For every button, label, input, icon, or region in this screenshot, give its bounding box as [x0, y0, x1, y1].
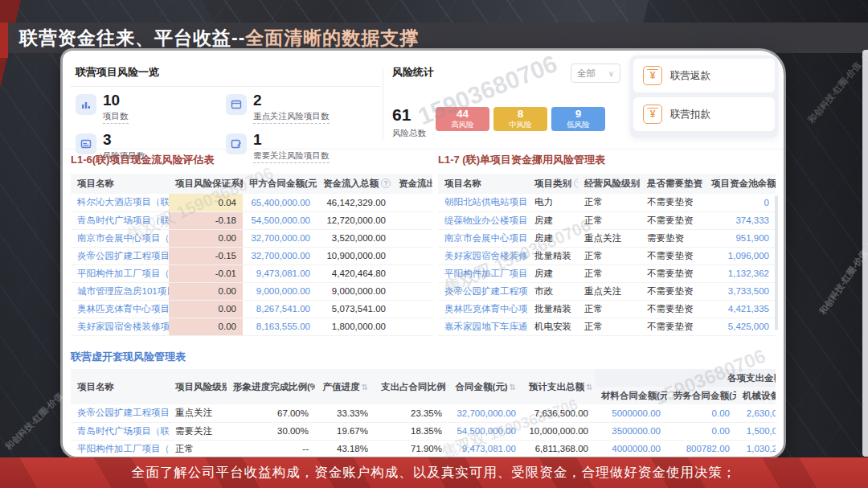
table-row[interactable]: 科尔沁大酒店项目（联营）0.0465,400,000.0046,142,329.… [71, 194, 432, 211]
project-name-link[interactable]: 科尔沁大酒店项目（联营） [71, 194, 169, 211]
project-name-link[interactable]: 青岛时代广场项目（联营） [71, 211, 169, 229]
table-cell: 9,000,000.00 [317, 282, 392, 300]
project-name-link[interactable]: 南京市会展中心项目（联... [71, 229, 169, 247]
page-title-main: 联营资金往来、平台收益-- [19, 27, 245, 48]
table-cell: 9,473,081.00 [243, 265, 317, 282]
risk-overview-panel: 联营项目风险一览 10 项目数 2 重点关注风险项目数 [71, 60, 381, 146]
table-cell: 5000000.00 [595, 404, 667, 422]
badge-label: 中风险 [509, 121, 532, 129]
table-row[interactable]: 美好家园宿舍楼装修项目...0.008,163,555.001,800,000.… [71, 318, 432, 335]
table-row[interactable]: 平阳构件加工厂项目（联...-0.019,473,081.004,420,464… [71, 265, 432, 282]
col-fund-pool-balance[interactable]: 项目资金池余额(元)(元)? [705, 174, 776, 194]
col-machinery-contract[interactable]: 机械设备合同金额(元)⇅ [736, 387, 776, 404]
project-name-link[interactable]: 美好家园宿舍楼装修项目... [438, 247, 528, 265]
table-row[interactable]: 炎帝公园扩建工程项目（联...重点关注67.00%33.33%23.35%32,… [71, 404, 776, 422]
col-operation-risk[interactable]: 经营风险级别? [578, 174, 641, 194]
table-row[interactable]: 美好家园宿舍楼装修项目...批量精装正常不需要垫资1,096,000 [438, 247, 776, 265]
table-cell: 46,142,329.00 [317, 194, 392, 211]
table-cell: 不需要垫资 [641, 265, 705, 282]
col-output-progress[interactable]: 产值进度⇅ [315, 369, 375, 404]
risk-filter-dropdown[interactable]: 全部 ∨ [571, 64, 620, 83]
table-row[interactable]: 朝阳北站供电站项目（联...电力正常不需要垫资0 [438, 194, 776, 211]
table-row[interactable]: 炎帝公园扩建工程项目（...市政重点关注不需要垫资3,733,500 [438, 282, 776, 300]
table-row[interactable]: 青岛时代广场项目（联营）需要关注30.00%19.67%18.35%54,500… [71, 422, 776, 440]
project-name-link[interactable]: 缇葆物业办公楼项目（联... [438, 211, 528, 229]
table-cell: 1,106 [392, 300, 432, 318]
stat-value: 10 [103, 92, 129, 108]
col-risk-coefficient[interactable]: 项目风险保证系数?⇅ [169, 174, 243, 194]
col-contract-amount[interactable]: 甲方合同金额(元)?⇅ [243, 174, 317, 194]
right-edge-strip [862, 50, 868, 457]
table-row[interactable]: 南京市会展中心项目（联...0.0032,700,000.003,520,000… [71, 229, 432, 247]
table-row[interactable]: 平阳构件加工厂项目（联...房建正常不需要垫资1,132,362 [438, 265, 776, 282]
cashflow-table-panel: L1-6(联)项目现金流风险评估表 项目名称 项目风险保证系数?⇅ 甲方合同金额… [71, 153, 432, 336]
vertical-scrollbar[interactable] [775, 195, 778, 330]
footer-text: 全面了解公司平台收益构成，资金账户构成、以及真实可用、受限资金，合理做好资金使用… [132, 464, 737, 482]
col-inflow-total[interactable]: 资金流入总额?⇅ [317, 174, 392, 194]
table-row[interactable]: 嘉禾家园地下车库通风项...机电安装正常不需要垫资5,425,000 [438, 318, 776, 335]
table-row[interactable]: 缇葆物业办公楼项目（联...房建正常不需要垫资374,333 [438, 211, 776, 229]
project-name-link[interactable]: 平阳构件加工厂项目（联... [438, 265, 528, 282]
table-cell: -0.18 [169, 211, 243, 229]
col-material-contract[interactable]: 材料合同金额(元)⇅ [595, 387, 667, 404]
table-cell: 重点关注 [578, 282, 641, 300]
low-risk-badge[interactable]: 9 低风险 [551, 107, 605, 131]
col-labor-contract[interactable]: 劳务合同金额(元)⇅ [667, 387, 736, 404]
mid-risk-badge[interactable]: 8 中风险 [493, 107, 547, 131]
table-row[interactable]: 奥林匹克体育中心项目（...批量精装正常不需要垫资4,421,335 [438, 300, 776, 318]
footer-banner: 全面了解公司平台收益构成，资金账户构成、以及真实可用、受限资金，合理做好资金使用… [0, 457, 868, 488]
project-name-link[interactable]: 奥林匹克体育中心项目（... [438, 300, 528, 318]
table-cell: 房建 [528, 211, 578, 229]
fraud-table-panel: 联营虚开套现风险管理表 项目名称 项目风险级别 形象进度完成比例(%) 产值进度… [71, 350, 776, 458]
info-icon: ? [381, 178, 391, 188]
stat-label: 重点关注风险项目数 [253, 111, 330, 124]
col-project-type[interactable]: 项目类别? [528, 174, 578, 194]
table-row[interactable]: 炎帝公园扩建工程项目（...-0.1532,700,000.0010,900,0… [71, 247, 432, 265]
project-name-link[interactable]: 炎帝公园扩建工程项目（联... [71, 404, 169, 422]
col-estimated-spend[interactable]: 预计支出总额⇅ [522, 369, 595, 404]
table-cell: 7,636,500.00 [522, 404, 595, 422]
project-name-link[interactable]: 平阳构件加工厂项目（联营） [71, 440, 169, 457]
deduction-button[interactable]: ¥ 联营扣款 [633, 97, 775, 131]
project-name-link[interactable]: 美好家园宿舍楼装修项目... [71, 318, 169, 335]
table-cell: 9,000,000.00 [243, 282, 317, 300]
project-name-link[interactable]: 青岛时代广场项目（联营） [71, 422, 169, 440]
table-cell: 0.00 [667, 422, 736, 440]
project-name-link[interactable]: 朝阳北站供电站项目（联... [438, 194, 528, 211]
money-envelope-icon: ¥ [643, 66, 662, 85]
project-name-link[interactable]: 平阳构件加工厂项目（联... [71, 265, 169, 282]
table-cell: 批量精装 [528, 300, 578, 318]
risk-statistics-panel: 风险统计 全部 ∨ 61 风险总数 44 高风险 8 中风险 9 低风险 [386, 60, 624, 146]
project-name-link[interactable]: 城市管理应急房101项目... [71, 282, 169, 300]
refund-button[interactable]: ¥ 联营返款 [633, 59, 775, 92]
project-name-link[interactable]: 南京市会展中心项目（联... [438, 229, 528, 247]
table-cell: 3500000.00 [595, 422, 667, 440]
project-name-link[interactable]: 炎帝公园扩建工程项目（... [71, 247, 169, 265]
project-name-link[interactable]: 奥林匹克体育中心项目（... [71, 300, 169, 318]
table-cell: 1,132,362 [705, 265, 776, 282]
project-name-link[interactable]: 嘉禾家园地下车库通风项... [438, 318, 528, 335]
col-outflow-total[interactable]: 资金流出总额?⇅ [392, 174, 432, 194]
table-cell: 需要关注 [169, 422, 227, 440]
table-cell: 10,900,000.00 [317, 247, 392, 265]
table-row[interactable]: 南京市会展中心项目（联...房建重点关注需要垫资951,900 [438, 229, 776, 247]
table-row[interactable]: 平阳构件加工厂项目（联营）正常--43.18%71.90%9,473,081.0… [71, 440, 776, 457]
table-row[interactable]: 奥林匹克体育中心项目（...0.008,267,541.005,073,541.… [71, 300, 432, 318]
badge-value: 8 [518, 109, 524, 121]
table-cell: 18.35% [375, 422, 448, 440]
table-cell: 0.00 [169, 229, 243, 247]
table-row[interactable]: 城市管理应急房101项目...0.009,000,000.009,000,000… [71, 282, 432, 300]
col-contract-amount[interactable]: 合同金额(元)⇅ [448, 369, 522, 404]
table-row[interactable]: 青岛时代广场项目（联营）-0.1854,500,000.0012,720,000… [71, 211, 432, 229]
table-cell: 32,700,000.00 [243, 229, 317, 247]
col-spend-ratio[interactable]: 支出占合同比例⇅ [375, 369, 448, 404]
project-name-link[interactable]: 炎帝公园扩建工程项目（... [438, 282, 528, 300]
table-cell: 54,500,000.00 [448, 422, 522, 440]
table-cell: 不需要垫资 [641, 194, 705, 211]
table-cell: 正常 [578, 194, 641, 211]
stat-label: 项目数 [103, 111, 129, 124]
col-need-advance[interactable]: 是否需要垫资? [641, 174, 705, 194]
funds-table-panel: L1-7 (联)单项目资金挪用风险管理表 项目名称 项目类别? 经营风险级别? … [438, 153, 779, 336]
high-risk-badge[interactable]: 44 高风险 [436, 107, 489, 131]
table-cell: 71.90% [375, 440, 448, 457]
